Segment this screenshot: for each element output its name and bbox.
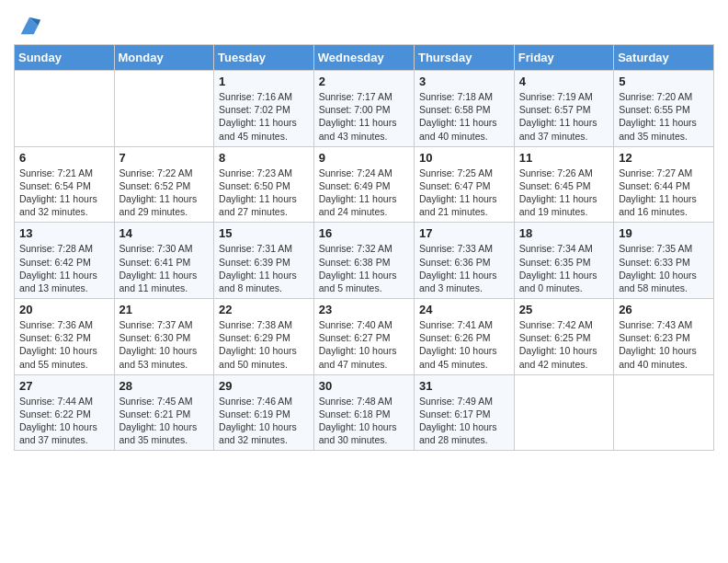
calendar-cell: 18Sunrise: 7:34 AM Sunset: 6:35 PM Dayli… [514, 223, 613, 299]
day-info: Sunrise: 7:26 AM Sunset: 6:45 PM Dayligh… [519, 167, 609, 219]
calendar-cell: 7Sunrise: 7:22 AM Sunset: 6:52 PM Daylig… [114, 146, 214, 223]
calendar-cell [114, 71, 214, 147]
day-number: 15 [219, 226, 309, 240]
calendar-cell: 3Sunrise: 7:18 AM Sunset: 6:58 PM Daylig… [414, 71, 514, 147]
day-number: 1 [219, 75, 309, 88]
day-number: 19 [619, 226, 709, 240]
day-info: Sunrise: 7:16 AM Sunset: 7:02 PM Dayligh… [219, 90, 309, 143]
day-info: Sunrise: 7:37 AM Sunset: 6:30 PM Dayligh… [119, 318, 210, 371]
calendar-table: SundayMondayTuesdayWednesdayThursdayFrid… [14, 44, 714, 451]
day-info: Sunrise: 7:21 AM Sunset: 6:54 PM Dayligh… [19, 167, 109, 219]
day-info: Sunrise: 7:28 AM Sunset: 6:42 PM Dayligh… [19, 242, 109, 294]
day-number: 2 [319, 75, 409, 88]
day-info: Sunrise: 7:40 AM Sunset: 6:27 PM Dayligh… [319, 318, 409, 371]
calendar-week-row: 6Sunrise: 7:21 AM Sunset: 6:54 PM Daylig… [15, 146, 714, 223]
day-info: Sunrise: 7:30 AM Sunset: 6:41 PM Dayligh… [119, 242, 210, 294]
calendar-cell: 27Sunrise: 7:44 AM Sunset: 6:22 PM Dayli… [15, 374, 115, 451]
day-number: 3 [419, 75, 509, 88]
day-number: 25 [519, 303, 609, 316]
calendar-cell: 10Sunrise: 7:25 AM Sunset: 6:47 PM Dayli… [414, 146, 514, 223]
logo [14, 13, 42, 39]
calendar-cell: 24Sunrise: 7:41 AM Sunset: 6:26 PM Dayli… [414, 299, 514, 375]
calendar-cell: 25Sunrise: 7:42 AM Sunset: 6:25 PM Dayli… [514, 299, 613, 375]
day-info: Sunrise: 7:34 AM Sunset: 6:35 PM Dayligh… [519, 242, 609, 294]
calendar-week-row: 1Sunrise: 7:16 AM Sunset: 7:02 PM Daylig… [15, 71, 714, 147]
calendar-cell: 11Sunrise: 7:26 AM Sunset: 6:45 PM Dayli… [514, 146, 613, 223]
day-number: 24 [419, 303, 509, 316]
day-number: 29 [219, 379, 309, 393]
calendar-cell: 29Sunrise: 7:46 AM Sunset: 6:19 PM Dayli… [214, 374, 314, 451]
day-info: Sunrise: 7:24 AM Sunset: 6:49 PM Dayligh… [319, 167, 409, 219]
day-number: 27 [19, 379, 109, 393]
day-number: 20 [19, 303, 109, 316]
calendar-header-row: SundayMondayTuesdayWednesdayThursdayFrid… [15, 45, 714, 71]
calendar-cell: 9Sunrise: 7:24 AM Sunset: 6:49 PM Daylig… [313, 146, 414, 223]
day-number: 4 [519, 75, 609, 88]
calendar-cell: 19Sunrise: 7:35 AM Sunset: 6:33 PM Dayli… [614, 223, 714, 299]
day-number: 8 [219, 151, 309, 165]
day-header-sunday: Sunday [15, 45, 115, 71]
day-info: Sunrise: 7:31 AM Sunset: 6:39 PM Dayligh… [219, 242, 309, 294]
day-info: Sunrise: 7:46 AM Sunset: 6:19 PM Dayligh… [219, 395, 309, 447]
day-number: 22 [219, 303, 309, 316]
day-number: 16 [319, 226, 409, 240]
day-info: Sunrise: 7:45 AM Sunset: 6:21 PM Dayligh… [119, 395, 210, 447]
calendar-cell: 22Sunrise: 7:38 AM Sunset: 6:29 PM Dayli… [214, 299, 314, 375]
day-number: 18 [519, 226, 609, 240]
calendar-cell: 26Sunrise: 7:43 AM Sunset: 6:23 PM Dayli… [614, 299, 714, 375]
calendar-cell: 6Sunrise: 7:21 AM Sunset: 6:54 PM Daylig… [15, 146, 115, 223]
day-info: Sunrise: 7:36 AM Sunset: 6:32 PM Dayligh… [19, 318, 109, 371]
calendar-cell: 4Sunrise: 7:19 AM Sunset: 6:57 PM Daylig… [514, 71, 613, 147]
day-number: 12 [619, 151, 709, 165]
day-info: Sunrise: 7:22 AM Sunset: 6:52 PM Dayligh… [119, 167, 210, 219]
calendar-cell: 12Sunrise: 7:27 AM Sunset: 6:44 PM Dayli… [614, 146, 714, 223]
day-info: Sunrise: 7:25 AM Sunset: 6:47 PM Dayligh… [419, 167, 509, 219]
calendar-cell: 14Sunrise: 7:30 AM Sunset: 6:41 PM Dayli… [114, 223, 214, 299]
day-info: Sunrise: 7:43 AM Sunset: 6:23 PM Dayligh… [619, 318, 709, 371]
calendar-cell [514, 374, 613, 451]
day-number: 21 [119, 303, 210, 316]
day-number: 6 [19, 151, 109, 165]
calendar-cell: 31Sunrise: 7:49 AM Sunset: 6:17 PM Dayli… [414, 374, 514, 451]
calendar-week-row: 27Sunrise: 7:44 AM Sunset: 6:22 PM Dayli… [15, 374, 714, 451]
day-number: 28 [119, 379, 210, 393]
calendar-cell: 23Sunrise: 7:40 AM Sunset: 6:27 PM Dayli… [313, 299, 414, 375]
day-number: 26 [619, 303, 709, 316]
calendar-cell: 28Sunrise: 7:45 AM Sunset: 6:21 PM Dayli… [114, 374, 214, 451]
day-info: Sunrise: 7:49 AM Sunset: 6:17 PM Dayligh… [419, 395, 509, 447]
calendar-cell: 5Sunrise: 7:20 AM Sunset: 6:55 PM Daylig… [614, 71, 714, 147]
calendar-cell: 15Sunrise: 7:31 AM Sunset: 6:39 PM Dayli… [214, 223, 314, 299]
logo-icon [17, 13, 42, 39]
day-info: Sunrise: 7:42 AM Sunset: 6:25 PM Dayligh… [519, 318, 609, 371]
calendar-cell: 16Sunrise: 7:32 AM Sunset: 6:38 PM Dayli… [313, 223, 414, 299]
day-number: 13 [19, 226, 109, 240]
calendar-week-row: 13Sunrise: 7:28 AM Sunset: 6:42 PM Dayli… [15, 223, 714, 299]
day-info: Sunrise: 7:41 AM Sunset: 6:26 PM Dayligh… [419, 318, 509, 371]
day-header-wednesday: Wednesday [313, 45, 414, 71]
calendar-cell: 8Sunrise: 7:23 AM Sunset: 6:50 PM Daylig… [214, 146, 314, 223]
day-header-saturday: Saturday [614, 45, 714, 71]
calendar-cell: 30Sunrise: 7:48 AM Sunset: 6:18 PM Dayli… [313, 374, 414, 451]
day-number: 9 [319, 151, 409, 165]
page-header [14, 9, 714, 39]
day-number: 7 [119, 151, 210, 165]
day-info: Sunrise: 7:19 AM Sunset: 6:57 PM Dayligh… [519, 90, 609, 143]
day-number: 23 [319, 303, 409, 316]
calendar-cell: 21Sunrise: 7:37 AM Sunset: 6:30 PM Dayli… [114, 299, 214, 375]
calendar-week-row: 20Sunrise: 7:36 AM Sunset: 6:32 PM Dayli… [15, 299, 714, 375]
day-info: Sunrise: 7:23 AM Sunset: 6:50 PM Dayligh… [219, 167, 309, 219]
day-header-thursday: Thursday [414, 45, 514, 71]
day-number: 11 [519, 151, 609, 165]
day-number: 14 [119, 226, 210, 240]
calendar-cell [15, 71, 115, 147]
day-number: 10 [419, 151, 509, 165]
day-info: Sunrise: 7:17 AM Sunset: 7:00 PM Dayligh… [319, 90, 409, 143]
day-number: 30 [319, 379, 409, 393]
day-number: 17 [419, 226, 509, 240]
day-header-tuesday: Tuesday [214, 45, 314, 71]
day-header-friday: Friday [514, 45, 613, 71]
calendar-cell: 17Sunrise: 7:33 AM Sunset: 6:36 PM Dayli… [414, 223, 514, 299]
day-header-monday: Monday [114, 45, 214, 71]
calendar-cell [614, 374, 714, 451]
day-info: Sunrise: 7:38 AM Sunset: 6:29 PM Dayligh… [219, 318, 309, 371]
